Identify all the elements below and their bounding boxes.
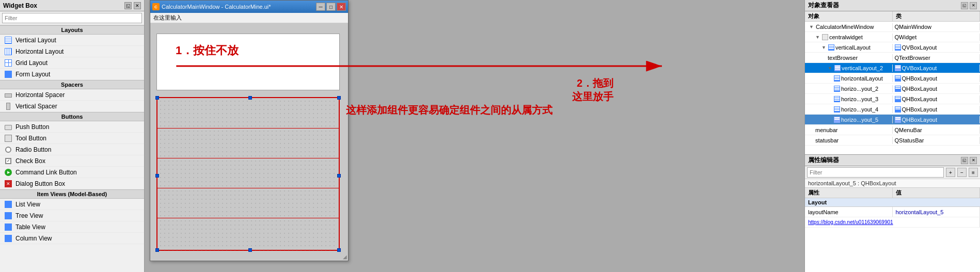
layout-outer-container [156,97,340,251]
prop-section-layout: Layout [805,198,980,207]
widget-item-push-button[interactable]: Push Button [0,121,144,133]
right-panels: 对象查看器 ◱ ✕ 对象 类 ▼ CalculatorMineWindow QM… [804,0,980,272]
filter-box [0,11,144,25]
prop-add-btn[interactable]: + [946,168,955,177]
designer-canvas[interactable]: ◢ [150,23,348,261]
tree-row-calculator-window[interactable]: ▼ CalculatorMineWindow QMainWindow [805,22,980,32]
tree-row-vertical-layout-2[interactable]: ▼ verticalLayout_2 QVBoxLayout [805,63,980,73]
tree-cell-obj-10: menubar [805,126,893,134]
tree-row-menubar[interactable]: menubar QMenuBar [805,125,980,135]
tree-cell-obj-8: horizo...yout_4 [805,106,893,113]
command-link-label: Command Link Button [15,169,77,176]
handle-br[interactable] [337,248,341,252]
prop-remove-btn[interactable]: − [957,168,967,177]
widget-item-vertical-spacer[interactable]: Vertical Spacer [0,101,144,112]
category-item-views: Item Views (Model-Based) [0,189,144,199]
tree-cell-obj-3: textBrowser [805,54,893,61]
handle-mr[interactable] [337,174,341,178]
row-3-pattern [159,159,338,187]
tree-row-hlayout-2[interactable]: horizo...yout_2 QHBoxLayout [805,84,980,94]
widget-item-tool-button[interactable]: Tool Button [0,133,144,144]
object-inspector-header: 对象查看器 ◱ ✕ [805,0,980,11]
prop-row-layout-name[interactable]: layoutName horizontalLayout_5 [805,207,980,217]
close-icon[interactable]: ✕ [134,2,141,9]
tree-view-icon [4,212,12,220]
filter-input[interactable] [2,13,142,23]
close-window-button[interactable]: ✕ [337,3,346,11]
radio-button-icon [4,146,12,154]
canvas-text-browser[interactable] [156,34,340,90]
minimize-button[interactable]: ─ [316,3,325,11]
float-icon[interactable]: ◱ [124,2,132,9]
tree-cell-class-0: QMainWindow [893,23,981,30]
prop-close-btn[interactable]: ✕ [970,157,977,164]
widget-item-radio-button[interactable]: Radio Button [0,144,144,155]
widget-item-horizontal-spacer[interactable]: Horizontal Spacer [0,89,144,101]
prop-more-btn[interactable]: ≡ [969,168,978,177]
dialog-button-label: Dialog Button Box [15,180,65,187]
object-inspector-title: 对象查看器 [808,1,839,10]
widget-item-form-layout[interactable]: Form Layout [0,69,144,80]
tree-cell-obj-4: ▼ verticalLayout_2 [805,65,893,72]
widget-item-grid-layout[interactable]: Grid Layout [0,57,144,69]
widget-item-command-link[interactable]: Command Link Button [0,167,144,178]
widget-item-horizontal-layout[interactable]: Horizontal Layout [0,46,144,57]
push-button-label: Push Button [15,123,49,131]
tree-row-text-browser[interactable]: textBrowser QTextBrowser [805,53,980,63]
prop-float-btn[interactable]: ◱ [961,157,968,164]
tree-row-horizontal-layout[interactable]: horizontalLayout QHBoxLayout [805,73,980,84]
handle-tr[interactable] [337,96,341,100]
tree-col-class: 类 [893,11,981,21]
tree-cell-obj-5: horizontalLayout [805,75,893,82]
row-divider-2 [157,158,339,158]
tree-row-hlayout-3[interactable]: horizo...yout_3 QHBoxLayout [805,94,980,104]
widget-item-table-view[interactable]: Table View [0,221,144,233]
horizontal-layout-label: Horizontal Layout [15,48,64,55]
designer-titlebar: C CalculatorMainWindow - CalculatorMine.… [150,1,348,13]
row-divider-1 [157,128,339,129]
tree-row-hlayout-5[interactable]: horizo...yout_5 QHBoxLayout [805,115,980,125]
widget-item-tree-view[interactable]: Tree View [0,210,144,221]
table-view-label: Table View [15,223,45,231]
designer-title-icon: C [152,3,160,10]
tree-cell-class-1: QWidget [893,34,981,41]
horizontal-spacer-icon [4,91,12,99]
tree-row-vertical-layout[interactable]: ▼ verticalLayout QVBoxLayout [805,42,980,53]
object-tree: 对象 类 ▼ CalculatorMineWindow QMainWindow … [805,11,980,154]
prop-cell-name: layoutName [805,207,893,217]
tree-cell-obj-1: ▼ centralwidget [805,34,893,41]
prop-filter-row: + − ≡ [805,166,980,179]
layout-icon-2 [828,44,834,51]
vertical-spacer-icon [4,102,12,110]
prop-filter-input[interactable] [807,167,944,178]
tree-row-statusbar[interactable]: statusbar QStatusBar [805,135,980,146]
tree-header: 对象 类 [805,11,980,22]
widget-item-vertical-layout[interactable]: Vertical Layout [0,35,144,46]
tree-col-object: 对象 [805,11,893,21]
layout-icon-4 [834,65,841,71]
resize-grip[interactable]: ◢ [343,254,347,260]
tree-cell-class-11: QStatusBar [893,137,981,144]
check-box-label: Check Box [15,157,45,165]
property-editor-header: 属性编辑器 ◱ ✕ [805,155,980,166]
command-link-icon [4,168,12,177]
maximize-button[interactable]: □ [326,3,336,11]
widget-item-check-box[interactable]: Check Box [0,155,144,167]
menu-hint: 在这里输入 [153,14,182,22]
close-btn[interactable]: ✕ [970,2,977,9]
url-text: https://blog.csdn.net/u011639069901 [808,219,893,225]
prop-cell-url[interactable]: https://blog.csdn.net/u011639069901 [805,217,980,227]
category-layouts: Layouts [0,25,144,35]
widget-item-list-view[interactable]: List View [0,199,144,210]
column-view-icon [4,234,12,243]
property-editor-controls: ◱ ✕ [961,157,977,164]
widget-item-dialog-button[interactable]: Dialog Button Box [0,178,144,189]
float-btn[interactable]: ◱ [961,2,968,9]
widget-item-column-view[interactable]: Column View [0,233,144,244]
category-buttons: Buttons [0,112,144,121]
tree-row-centralwidget[interactable]: ▼ centralwidget QWidget [805,32,980,42]
prop-row-url[interactable]: https://blog.csdn.net/u011639069901 [805,217,980,228]
tree-cell-obj-9: horizo...yout_5 [805,116,893,123]
tree-cell-class-6: QHBoxLayout [893,85,981,92]
tree-row-hlayout-4[interactable]: horizo...yout_4 QHBoxLayout [805,104,980,115]
